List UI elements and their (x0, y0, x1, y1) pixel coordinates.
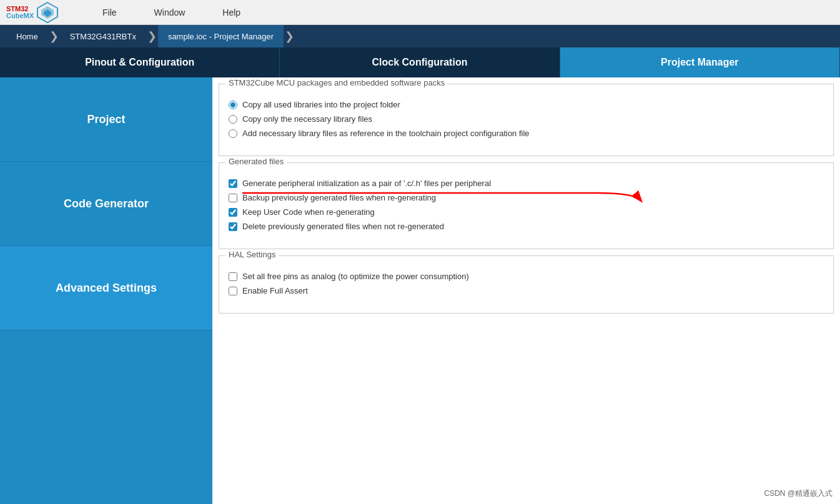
sidebar-item-code-generator[interactable]: Code Generator (0, 162, 212, 246)
radio-copy-all[interactable]: Copy all used libraries into the project… (229, 100, 824, 109)
top-menu-bar: STM32 CubeMX File Window Help (0, 0, 840, 25)
checkbox-delete-generated-label[interactable]: Delete previously generated files when n… (242, 222, 444, 231)
breadcrumb-device[interactable]: STM32G431RBTx (60, 25, 146, 47)
mcu-packages-section: STM32Cube MCU packages and embedded soft… (219, 84, 834, 156)
radio-copy-necessary[interactable]: Copy only the necessary library files (229, 114, 824, 124)
menu-help[interactable]: Help (204, 0, 259, 25)
checkbox-full-assert-label[interactable]: Enable Full Assert (242, 286, 308, 295)
checkbox-keep-user-code-label[interactable]: Keep User Code when re-generating (242, 207, 375, 217)
hal-settings-title: HAL Settings (225, 250, 279, 259)
mcu-section-title: STM32Cube MCU packages and embedded soft… (225, 78, 448, 87)
tab-pinout[interactable]: Pinout & Configuration (0, 47, 280, 77)
hal-settings-section: HAL Settings Set all free pins as analog… (219, 255, 834, 314)
radio-copy-all-input[interactable] (229, 101, 237, 109)
checkbox-generate-peripheral[interactable]: Generate peripheral initialization as a … (229, 179, 824, 188)
logo-stm-text: STM32 (6, 6, 28, 12)
checkbox-free-pins-label[interactable]: Set all free pins as analog (to optimize… (242, 272, 469, 281)
radio-copy-necessary-input[interactable] (229, 115, 237, 124)
breadcrumb-arrow-3: ❯ (285, 29, 294, 43)
content-panel: STM32Cube MCU packages and embedded soft… (212, 77, 840, 504)
tab-bar: Pinout & Configuration Clock Configurati… (0, 47, 840, 77)
generated-files-title: Generated files (225, 157, 287, 166)
breadcrumb-home[interactable]: Home (6, 25, 48, 47)
checkbox-full-assert[interactable]: Enable Full Assert (229, 286, 824, 295)
mcu-options-group: Copy all used libraries into the project… (229, 100, 824, 138)
checkbox-backup-label[interactable]: Backup previously generated files when r… (242, 193, 436, 202)
radio-add-reference-label[interactable]: Add necessary library files as reference… (242, 129, 530, 138)
breadcrumb: Home ❯ STM32G431RBTx ❯ sample.ioc - Proj… (0, 25, 840, 47)
logo-cube-text: CubeMX (6, 12, 34, 19)
radio-add-reference-input[interactable] (229, 129, 237, 138)
watermark: CSDN @精通嵌入式 (764, 488, 833, 499)
logo-icon (36, 1, 59, 24)
checkbox-generate-peripheral-input[interactable] (229, 179, 237, 188)
checkbox-backup-input[interactable] (229, 194, 237, 202)
radio-copy-necessary-label[interactable]: Copy only the necessary library files (242, 114, 372, 124)
radio-copy-all-label[interactable]: Copy all used libraries into the project… (242, 100, 400, 109)
sidebar: Project Code Generator Advanced Settings (0, 77, 212, 504)
tab-clock[interactable]: Clock Configuration (280, 47, 560, 77)
checkbox-delete-generated[interactable]: Delete previously generated files when n… (229, 222, 824, 231)
tab-project-manager[interactable]: Project Manager (560, 47, 840, 77)
generated-files-section: Generated files Generate peripheral init… (219, 162, 834, 249)
checkbox-keep-user-code[interactable]: Keep User Code when re-generating (229, 207, 824, 217)
menu-file[interactable]: File (84, 0, 136, 25)
checkbox-free-pins-input[interactable] (229, 272, 237, 281)
checkbox-full-assert-input[interactable] (229, 287, 237, 295)
checkbox-free-pins[interactable]: Set all free pins as analog (to optimize… (229, 272, 824, 281)
sidebar-item-project[interactable]: Project (0, 77, 212, 162)
checkbox-keep-user-code-input[interactable] (229, 208, 237, 217)
checkbox-backup[interactable]: Backup previously generated files when r… (229, 193, 824, 202)
radio-add-reference[interactable]: Add necessary library files as reference… (229, 129, 824, 138)
app-logo: STM32 CubeMX (6, 1, 59, 24)
main-content: Project Code Generator Advanced Settings… (0, 77, 840, 504)
checkbox-generate-peripheral-label[interactable]: Generate peripheral initialization as a … (242, 179, 491, 188)
breadcrumb-project[interactable]: sample.ioc - Project Manager (158, 25, 284, 47)
checkbox-delete-generated-input[interactable] (229, 222, 237, 231)
breadcrumb-arrow-2: ❯ (147, 29, 157, 43)
sidebar-item-advanced-settings[interactable]: Advanced Settings (0, 246, 212, 330)
breadcrumb-arrow-1: ❯ (49, 29, 59, 43)
generated-files-options: Generate peripheral initialization as a … (229, 179, 824, 231)
menu-window[interactable]: Window (136, 0, 204, 25)
hal-settings-options: Set all free pins as analog (to optimize… (229, 272, 824, 295)
